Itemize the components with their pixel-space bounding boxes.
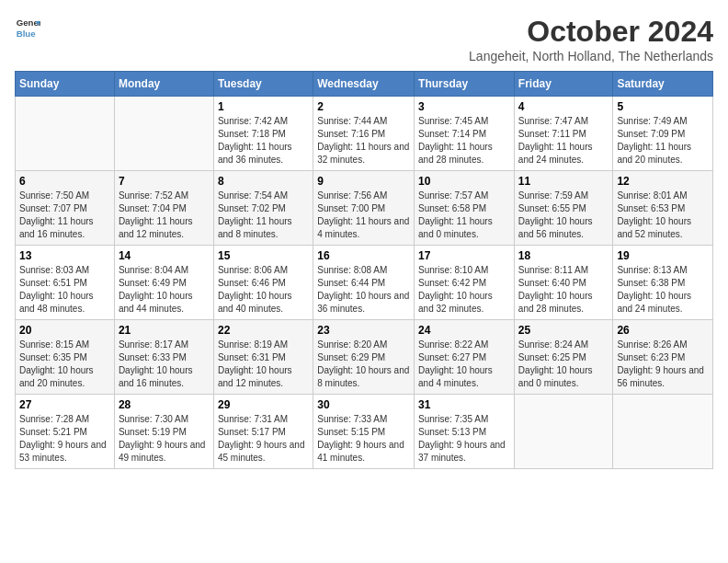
day-number: 25 — [518, 324, 609, 337]
cell-info: Sunrise: 7:50 AM Sunset: 7:07 PM Dayligh… — [19, 190, 110, 241]
day-number: 26 — [617, 324, 709, 337]
calendar-cell: 24Sunrise: 8:22 AM Sunset: 6:27 PM Dayli… — [415, 320, 515, 395]
day-number: 12 — [617, 175, 709, 188]
calendar-cell: 12Sunrise: 8:01 AM Sunset: 6:53 PM Dayli… — [613, 171, 713, 246]
day-number: 20 — [19, 324, 110, 337]
day-number: 28 — [119, 398, 210, 411]
day-number: 14 — [119, 249, 210, 262]
calendar-cell: 16Sunrise: 8:08 AM Sunset: 6:44 PM Dayli… — [313, 246, 415, 320]
calendar-cell: 6Sunrise: 7:50 AM Sunset: 7:07 PM Daylig… — [16, 171, 115, 246]
cell-info: Sunrise: 8:19 AM Sunset: 6:31 PM Dayligh… — [218, 339, 309, 390]
day-header: Thursday — [415, 72, 515, 97]
calendar-cell: 18Sunrise: 8:11 AM Sunset: 6:40 PM Dayli… — [514, 246, 613, 320]
calendar-cell: 21Sunrise: 8:17 AM Sunset: 6:33 PM Dayli… — [114, 320, 213, 395]
calendar-cell — [16, 97, 115, 171]
title-area: October 2024 Langeheit, North Holland, T… — [469, 15, 713, 63]
calendar-cell: 25Sunrise: 8:24 AM Sunset: 6:25 PM Dayli… — [514, 320, 613, 395]
cell-info: Sunrise: 7:49 AM Sunset: 7:09 PM Dayligh… — [617, 115, 709, 167]
day-number: 2 — [317, 100, 410, 113]
cell-info: Sunrise: 7:35 AM Sunset: 5:13 PM Dayligh… — [418, 413, 510, 465]
cell-info: Sunrise: 8:03 AM Sunset: 6:51 PM Dayligh… — [19, 264, 110, 316]
cell-info: Sunrise: 7:44 AM Sunset: 7:16 PM Dayligh… — [317, 115, 410, 167]
day-header: Tuesday — [213, 72, 313, 97]
svg-text:Blue: Blue — [17, 29, 36, 39]
calendar-cell: 13Sunrise: 8:03 AM Sunset: 6:51 PM Dayli… — [16, 246, 115, 320]
cell-info: Sunrise: 8:15 AM Sunset: 6:35 PM Dayligh… — [19, 339, 110, 390]
cell-info: Sunrise: 7:47 AM Sunset: 7:11 PM Dayligh… — [518, 115, 609, 167]
day-number: 27 — [19, 398, 110, 411]
cell-info: Sunrise: 7:59 AM Sunset: 6:55 PM Dayligh… — [518, 190, 609, 241]
calendar-cell: 11Sunrise: 7:59 AM Sunset: 6:55 PM Dayli… — [514, 171, 613, 246]
cell-info: Sunrise: 8:24 AM Sunset: 6:25 PM Dayligh… — [518, 339, 609, 390]
cell-info: Sunrise: 8:10 AM Sunset: 6:42 PM Dayligh… — [418, 264, 510, 316]
day-number: 17 — [418, 249, 510, 262]
day-number: 21 — [119, 324, 210, 337]
calendar-cell — [114, 97, 213, 171]
calendar-cell: 27Sunrise: 7:28 AM Sunset: 5:21 PM Dayli… — [16, 395, 115, 469]
month-title: October 2024 — [469, 15, 713, 49]
calendar-cell: 1Sunrise: 7:42 AM Sunset: 7:18 PM Daylig… — [213, 97, 313, 171]
day-header: Saturday — [613, 72, 713, 97]
calendar-week-row: 20Sunrise: 8:15 AM Sunset: 6:35 PM Dayli… — [16, 320, 713, 395]
day-number: 7 — [119, 175, 210, 188]
calendar-cell: 19Sunrise: 8:13 AM Sunset: 6:38 PM Dayli… — [613, 246, 713, 320]
calendar-cell: 4Sunrise: 7:47 AM Sunset: 7:11 PM Daylig… — [514, 97, 613, 171]
calendar-cell: 30Sunrise: 7:33 AM Sunset: 5:15 PM Dayli… — [313, 395, 415, 469]
day-number: 19 — [617, 249, 709, 262]
day-number: 15 — [218, 249, 309, 262]
calendar-cell: 29Sunrise: 7:31 AM Sunset: 5:17 PM Dayli… — [213, 395, 313, 469]
calendar-cell: 15Sunrise: 8:06 AM Sunset: 6:46 PM Dayli… — [213, 246, 313, 320]
location: Langeheit, North Holland, The Netherland… — [469, 49, 713, 63]
page-header: General Blue October 2024 Langeheit, Nor… — [15, 15, 713, 63]
calendar-header-row: SundayMondayTuesdayWednesdayThursdayFrid… — [16, 72, 713, 97]
calendar-cell: 8Sunrise: 7:54 AM Sunset: 7:02 PM Daylig… — [213, 171, 313, 246]
day-number: 29 — [218, 398, 309, 411]
cell-info: Sunrise: 8:11 AM Sunset: 6:40 PM Dayligh… — [518, 264, 609, 316]
day-number: 16 — [317, 249, 410, 262]
calendar-cell: 20Sunrise: 8:15 AM Sunset: 6:35 PM Dayli… — [16, 320, 115, 395]
day-number: 22 — [218, 324, 309, 337]
calendar-cell: 23Sunrise: 8:20 AM Sunset: 6:29 PM Dayli… — [313, 320, 415, 395]
cell-info: Sunrise: 7:45 AM Sunset: 7:14 PM Dayligh… — [418, 115, 510, 167]
calendar-cell: 9Sunrise: 7:56 AM Sunset: 7:00 PM Daylig… — [313, 171, 415, 246]
calendar-week-row: 1Sunrise: 7:42 AM Sunset: 7:18 PM Daylig… — [16, 97, 713, 171]
calendar-cell: 28Sunrise: 7:30 AM Sunset: 5:19 PM Dayli… — [114, 395, 213, 469]
cell-info: Sunrise: 7:42 AM Sunset: 7:18 PM Dayligh… — [218, 115, 309, 167]
logo: General Blue — [15, 15, 40, 40]
day-number: 18 — [518, 249, 609, 262]
day-number: 5 — [617, 100, 709, 113]
day-number: 24 — [418, 324, 510, 337]
calendar-cell: 7Sunrise: 7:52 AM Sunset: 7:04 PM Daylig… — [114, 171, 213, 246]
cell-info: Sunrise: 8:26 AM Sunset: 6:23 PM Dayligh… — [617, 339, 709, 390]
calendar-cell: 2Sunrise: 7:44 AM Sunset: 7:16 PM Daylig… — [313, 97, 415, 171]
day-number: 8 — [218, 175, 309, 188]
day-number: 11 — [518, 175, 609, 188]
calendar-week-row: 13Sunrise: 8:03 AM Sunset: 6:51 PM Dayli… — [16, 246, 713, 320]
day-header: Friday — [514, 72, 613, 97]
day-number: 31 — [418, 398, 510, 411]
day-number: 9 — [317, 175, 410, 188]
cell-info: Sunrise: 8:04 AM Sunset: 6:49 PM Dayligh… — [119, 264, 210, 316]
cell-info: Sunrise: 8:13 AM Sunset: 6:38 PM Dayligh… — [617, 264, 709, 316]
cell-info: Sunrise: 7:31 AM Sunset: 5:17 PM Dayligh… — [218, 413, 309, 465]
day-number: 23 — [317, 324, 410, 337]
calendar-table: SundayMondayTuesdayWednesdayThursdayFrid… — [15, 71, 713, 469]
day-number: 4 — [518, 100, 609, 113]
calendar-cell — [613, 395, 713, 469]
day-header: Wednesday — [313, 72, 415, 97]
calendar-cell: 14Sunrise: 8:04 AM Sunset: 6:49 PM Dayli… — [114, 246, 213, 320]
cell-info: Sunrise: 7:57 AM Sunset: 6:58 PM Dayligh… — [418, 190, 510, 241]
calendar-cell: 10Sunrise: 7:57 AM Sunset: 6:58 PM Dayli… — [415, 171, 515, 246]
day-number: 6 — [19, 175, 110, 188]
logo-icon: General Blue — [15, 15, 40, 40]
cell-info: Sunrise: 8:08 AM Sunset: 6:44 PM Dayligh… — [317, 264, 410, 316]
calendar-body: 1Sunrise: 7:42 AM Sunset: 7:18 PM Daylig… — [16, 97, 713, 469]
calendar-cell: 3Sunrise: 7:45 AM Sunset: 7:14 PM Daylig… — [415, 97, 515, 171]
day-number: 3 — [418, 100, 510, 113]
cell-info: Sunrise: 8:06 AM Sunset: 6:46 PM Dayligh… — [218, 264, 309, 316]
calendar-cell: 5Sunrise: 7:49 AM Sunset: 7:09 PM Daylig… — [613, 97, 713, 171]
cell-info: Sunrise: 7:33 AM Sunset: 5:15 PM Dayligh… — [317, 413, 410, 465]
cell-info: Sunrise: 7:28 AM Sunset: 5:21 PM Dayligh… — [19, 413, 110, 465]
cell-info: Sunrise: 7:52 AM Sunset: 7:04 PM Dayligh… — [119, 190, 210, 241]
cell-info: Sunrise: 8:17 AM Sunset: 6:33 PM Dayligh… — [119, 339, 210, 390]
